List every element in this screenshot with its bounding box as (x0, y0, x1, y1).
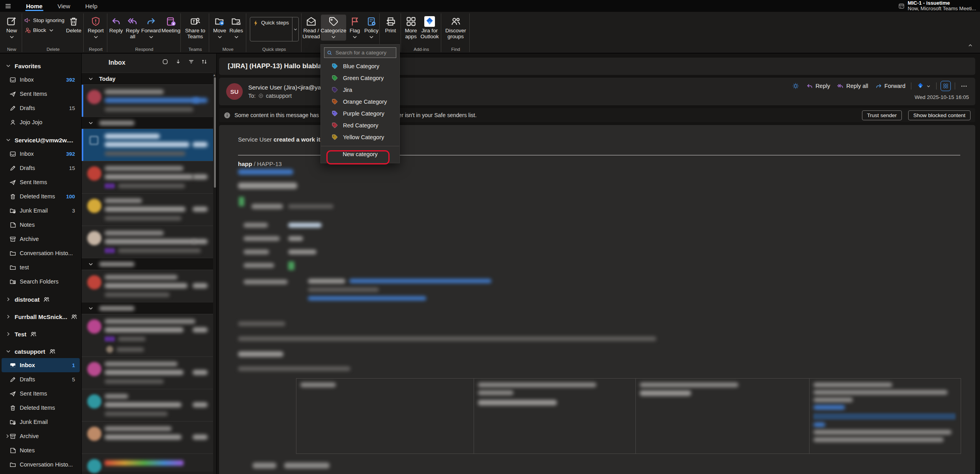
sort-icon[interactable] (201, 58, 208, 65)
ribbon-button-delete[interactable]: Delete (65, 15, 82, 34)
ribbon-button-report[interactable]: Report (87, 15, 105, 41)
sidebar-item-favorites-jojo-jojo[interactable]: Jojo Jojo (2, 115, 80, 129)
ribbon-button-categorize[interactable]: Categorize (321, 15, 346, 41)
ribbon-button-read-unread[interactable]: Read /Unread (302, 15, 320, 40)
quick-steps-expand[interactable] (292, 17, 298, 41)
list-group-header[interactable] (82, 302, 213, 314)
ribbon-button-reply-all[interactable]: Replyall (125, 15, 141, 40)
ribbon-button-share-to-teams[interactable]: Share toTeams (184, 15, 206, 40)
ribbon-button-policy[interactable]: Policy (364, 15, 379, 41)
category-item-blue-category[interactable]: Blue Category (321, 60, 399, 72)
reply-button[interactable]: Reply (805, 82, 832, 90)
chevron-right-icon[interactable] (6, 297, 11, 302)
chevron-down-icon[interactable] (6, 137, 11, 143)
sidebar-item-serviceu-vmw2w-inbox[interactable]: Inbox 392 (2, 147, 80, 161)
tab-home[interactable]: Home (21, 0, 48, 12)
sidebar-item-favorites-sent-items[interactable]: Sent Items (2, 87, 80, 101)
sidebar-item-serviceu-vmw2w-sent-items[interactable]: Sent Items (2, 175, 80, 189)
sidebar-section-test[interactable]: Test (0, 327, 81, 341)
tab-view[interactable]: View (52, 0, 76, 12)
sidebar-item-favorites-drafts[interactable]: Drafts 15 (2, 101, 80, 115)
sidebar-item-serviceu-vmw2w-conversation-histo[interactable]: Conversation Histo... (2, 246, 80, 260)
sidebar-item-serviceu-vmw2w-deleted-items[interactable]: Deleted Items 100 (2, 189, 80, 203)
list-group-header[interactable] (82, 117, 213, 129)
sidebar-item-serviceu-vmw2w-junk-email[interactable]: Junk Email 3 (2, 203, 80, 218)
sidebar-section-favorites[interactable]: Favorites (0, 59, 81, 73)
reply-all-button[interactable]: Reply all (836, 82, 870, 90)
sidebar-item-catsupport-archive[interactable]: Archive (2, 429, 80, 443)
message-checkbox[interactable] (90, 136, 98, 145)
ribbon-button-forward[interactable]: Forward (141, 15, 161, 41)
sidebar-item-serviceu-vmw2w-notes[interactable]: Notes (2, 218, 80, 232)
ribbon-button-stop-ignoring[interactable]: Stop ignoring (24, 17, 65, 24)
sidebar-item-catsupport-drafts[interactable]: Drafts 5 (2, 372, 80, 386)
message-list-item[interactable] (82, 314, 213, 356)
sidebar-section-catsupport[interactable]: catsupport (0, 345, 81, 358)
scrollbar-thumb[interactable] (214, 77, 216, 188)
ribbon-button-more-apps[interactable]: Moreapps (403, 15, 419, 40)
select-icon[interactable] (162, 58, 169, 65)
chevron-right-icon[interactable] (6, 331, 11, 337)
message-list-item[interactable] (82, 453, 213, 472)
list-scrollbar[interactable]: ▲ (213, 73, 216, 474)
ribbon-button-flag[interactable]: Flag (347, 15, 363, 41)
ribbon-button-reply[interactable]: Reply (108, 15, 124, 34)
category-item-jira[interactable]: Jira (321, 84, 399, 96)
list-group-header[interactable]: Today (82, 73, 213, 84)
reading-options-icon[interactable] (791, 82, 801, 90)
scroll-up-icon[interactable]: ▲ (213, 73, 216, 77)
message-list-item[interactable] (82, 226, 213, 258)
category-item-yellow-category[interactable]: Yellow Category (321, 131, 399, 143)
menu-icon[interactable] (0, 0, 16, 12)
sidebar-item-favorites-inbox[interactable]: Inbox 392 (2, 73, 80, 87)
tab-help[interactable]: Help (80, 0, 103, 12)
category-search-input[interactable] (335, 49, 393, 56)
ribbon-button-new[interactable]: New (4, 15, 20, 41)
message-list-item[interactable] (82, 356, 213, 389)
chevron-down-icon[interactable] (6, 349, 11, 354)
sidebar-item-catsupport-junk-email[interactable]: Junk Email (2, 415, 80, 429)
sidebar-item-catsupport-notes[interactable]: Notes (2, 443, 80, 457)
sidebar-item-serviceu-vmw2w-archive[interactable]: Archive (2, 232, 80, 246)
sidebar-item-catsupport-sent-items[interactable]: Sent Items (2, 386, 80, 401)
message-list-item[interactable] (82, 129, 213, 161)
sidebar-section-furrball-mcsnick[interactable]: Furrball McSnick... (0, 310, 81, 323)
sidebar-item-serviceu-vmw2w-test[interactable]: test (2, 260, 80, 274)
category-search[interactable] (324, 47, 396, 58)
show-blocked-content-button[interactable]: Show blocked content (908, 110, 971, 120)
jira-addin-button[interactable] (915, 82, 932, 90)
more-actions-icon[interactable] (959, 82, 969, 90)
ribbon-button-block[interactable]: Block (24, 27, 54, 34)
chevron-right-icon[interactable] (6, 314, 11, 319)
apps-grid-icon[interactable] (941, 81, 951, 91)
sidebar-item-catsupport-inbox[interactable]: Inbox 1 (2, 358, 80, 372)
filter-icon[interactable] (188, 58, 195, 65)
meeting-notification[interactable]: MIC-1 - issuetime Now, Microsoft Teams M… (898, 0, 976, 11)
message-list-item[interactable] (82, 84, 213, 117)
ribbon-button-print[interactable]: Print (383, 15, 399, 34)
sidebar-item-catsupport-conversation-histo[interactable]: Conversation Histo... (2, 457, 80, 472)
category-item-purple-category[interactable]: Purple Category (321, 108, 399, 119)
sidebar-item-catsupport-deleted-items[interactable]: Deleted Items (2, 401, 80, 415)
ribbon-button-jira-for-outlook[interactable]: Jira forOutlook (420, 15, 440, 40)
message-list-item[interactable] (82, 161, 213, 193)
arrow-down-icon[interactable] (175, 58, 182, 65)
new-category-item[interactable]: New category (321, 148, 399, 160)
message-list-item[interactable] (82, 421, 213, 453)
category-item-orange-category[interactable]: Orange Category (321, 96, 399, 108)
message-list-item[interactable] (82, 270, 213, 302)
chevron-down-icon[interactable] (6, 63, 11, 69)
ribbon-button-move[interactable]: Move (212, 15, 228, 41)
collapse-ribbon-icon[interactable] (968, 43, 973, 50)
ribbon-button-meeting[interactable]: Meeting (161, 15, 180, 34)
category-item-red-category[interactable]: Red Category (321, 119, 399, 131)
sidebar-section-distrocat[interactable]: distrocat (0, 293, 81, 306)
list-group-header[interactable] (82, 258, 213, 270)
message-list-item[interactable] (82, 389, 213, 421)
sidebar-item-serviceu-vmw2w-drafts[interactable]: Drafts 15 (2, 161, 80, 175)
sidebar-section-serviceu-vmw2w[interactable]: ServiceU@vmw2w.... (0, 133, 81, 147)
quick-steps-box[interactable]: Quick steps (250, 17, 299, 41)
trust-sender-button[interactable]: Trust sender (862, 110, 902, 120)
recipient-name[interactable]: catsupport (266, 93, 292, 99)
sidebar-item-serviceu-vmw2w-search-folders[interactable]: Search Folders (2, 274, 80, 289)
